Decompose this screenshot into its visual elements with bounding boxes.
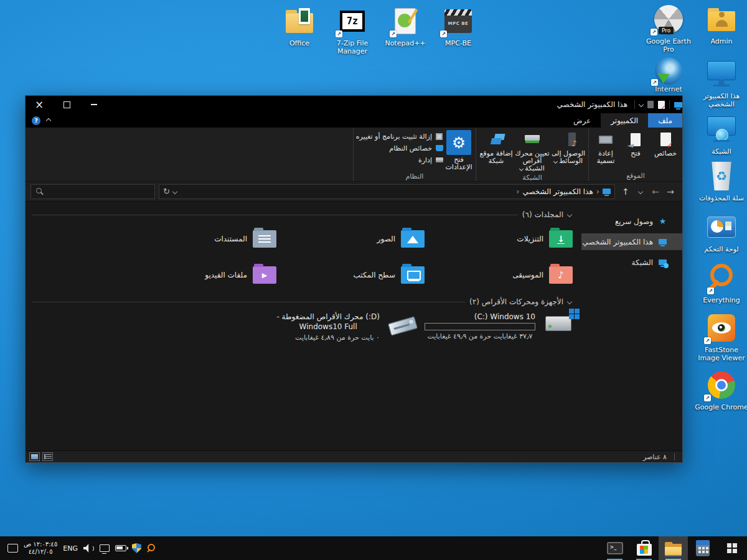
up-button[interactable]: ↑	[619, 184, 632, 199]
security-shield-icon[interactable]	[132, 543, 141, 553]
network-icon	[659, 259, 667, 265]
drives-section-header[interactable]: الأجهزة ومحركات الأقراص (٢)	[26, 297, 571, 306]
sidebar-item-network[interactable]: الشبكة	[581, 254, 682, 271]
desktop-icon-notepad-plus-plus[interactable]: Notepad++	[378, 5, 432, 47]
uninstall-program-button[interactable]: إزالة تثبيت برنامج أو تغييره	[356, 131, 443, 141]
properties-button[interactable]: خصائص	[651, 129, 680, 157]
forward-arrow-button[interactable]: ←	[649, 184, 662, 199]
manage-button[interactable]: إدارة	[356, 155, 443, 165]
tab-computer[interactable]: الكمبيوتر	[601, 113, 648, 128]
sidebar-item-quick-access[interactable]: وصول سريع	[581, 213, 682, 230]
office-folder-icon	[286, 13, 313, 33]
start-button[interactable]	[717, 536, 747, 560]
language-indicator[interactable]: ENG	[63, 544, 78, 553]
folder-item-videos[interactable]: ملفات الفيديو	[131, 261, 279, 289]
collapse-section-icon[interactable]	[567, 212, 572, 217]
ribbon-tab-row: ملف الكمبيوتر عرض	[26, 113, 682, 128]
desktop-icon-chrome[interactable]: Google Chrome	[695, 369, 747, 411]
desktop-icon-mpc-be[interactable]: MPC BE MPC-BE	[431, 5, 485, 47]
properties-icon	[656, 130, 675, 149]
details-view-button[interactable]	[42, 452, 53, 461]
files-pane: المجلدات (٦) التنزيلات الصور المستندات	[26, 202, 581, 450]
desktop-icon-office[interactable]: Office	[273, 5, 326, 47]
desktop-icon-faststone[interactable]: FastStone Image Viewer	[695, 312, 747, 362]
properties-quick-icon[interactable]	[658, 101, 665, 109]
taskbar-calculator-button[interactable]	[688, 536, 717, 560]
desktop-icon-everything[interactable]: Everything	[695, 262, 747, 304]
taskbar-explorer-button[interactable]	[659, 536, 688, 560]
refresh-icon[interactable]	[163, 187, 170, 196]
calculator-icon	[696, 540, 710, 556]
folder-item-documents[interactable]: المستندات	[131, 225, 279, 253]
shortcut-arrow-icon	[390, 30, 397, 37]
taskbar-terminal-button[interactable]	[600, 536, 629, 560]
battery-icon[interactable]	[115, 545, 126, 551]
pro-badge: Pro	[659, 27, 674, 34]
back-arrow-button[interactable]: →	[664, 184, 677, 199]
separator	[669, 100, 670, 109]
taskbar-store-button[interactable]	[629, 536, 659, 560]
maximize-button[interactable]	[53, 96, 80, 113]
thumbnail-view-button[interactable]	[29, 452, 40, 461]
collapse-ribbon-icon[interactable]	[46, 118, 51, 123]
folder-item-desktop[interactable]: سطح المكتب	[279, 261, 427, 289]
separator	[674, 453, 675, 460]
help-button[interactable]	[32, 116, 40, 125]
desktop-icon-this-pc[interactable]: هذا الكمبيوتر الشخصي	[695, 58, 747, 108]
breadcrumb[interactable]: هذا الكمبيوتر الشخصي	[522, 187, 593, 196]
breadcrumb-chevron[interactable]: ‹	[596, 187, 599, 196]
open-button[interactable]: فتح	[621, 129, 650, 157]
open-settings-button[interactable]: فتح الإعدادات	[444, 129, 473, 171]
drive-item-d[interactable]: - محرك الأقراص المضغوطة (:D) Windows10 F…	[233, 312, 420, 342]
tab-file[interactable]: ملف	[648, 113, 682, 128]
folder-item-music[interactable]: الموسيقى	[427, 261, 575, 289]
desktop-icon-7zip[interactable]: 7z 7-Zip File Manager	[326, 5, 379, 55]
quick-access-toolbar-dropdown-icon[interactable]	[639, 102, 644, 107]
map-network-drive-button[interactable]: تعيين محرك أقراص الشبكة	[515, 129, 550, 172]
items-count: ٨ عناصر	[643, 453, 667, 461]
sidebar-item-this-pc[interactable]: هذا الكمبيوتر الشخصي	[581, 233, 682, 250]
address-field[interactable]: ‹ هذا الكمبيوتر الشخصي ‹	[159, 184, 615, 199]
minimize-button[interactable]	[80, 96, 108, 113]
breadcrumb-chevron[interactable]: ‹	[516, 187, 519, 196]
action-center-icon[interactable]	[7, 544, 18, 553]
network-tray-icon[interactable]	[100, 544, 110, 552]
status-bar: ٨ عناصر	[26, 450, 682, 462]
shortcut-arrow-icon	[651, 79, 658, 86]
globe-icon	[716, 129, 728, 141]
folder-item-pictures[interactable]: الصور	[279, 225, 427, 253]
folders-section-header[interactable]: المجلدات (٦)	[26, 210, 571, 219]
recent-locations-dropdown[interactable]	[634, 184, 647, 199]
access-media-button[interactable]: الوصول إلى الوسائط	[551, 129, 586, 165]
collapse-section-icon[interactable]	[567, 299, 572, 304]
desktop-icon-admin[interactable]: Admin	[695, 3, 747, 45]
desktop-icon-recycle-bin[interactable]: سلة المحذوفات	[695, 160, 747, 202]
taskbar-clock[interactable]: ١٢:٠٣:٤٥ ص ٤٤/١٢/٠٥	[24, 541, 57, 556]
folder-item-downloads[interactable]: التنزيلات	[427, 225, 575, 253]
new-folder-quick-icon[interactable]	[647, 101, 654, 108]
drive-item-c[interactable]: (C:) Windows 10 ٣٧٫٧ غيغابايت حرة من ٤٩٫…	[426, 312, 575, 342]
drive-free-space: ٣٧٫٧ غيغابايت حرة من ٤٩٫٩ غيغابايت	[425, 332, 535, 340]
section-rule	[32, 302, 465, 302]
everything-tray-icon[interactable]	[147, 544, 156, 553]
drives-grid: (C:) Windows 10 ٣٧٫٧ غيغابايت حرة من ٤٩٫…	[26, 312, 575, 342]
ribbon-group-location: خصائص فتح إعادة تسمية الموقع	[588, 128, 682, 181]
system-properties-button[interactable]: خصائص النظام	[356, 143, 443, 153]
address-history-dropdown-icon[interactable]	[172, 189, 177, 194]
rename-button[interactable]: إعادة تسمية	[591, 129, 620, 165]
desktop-icon-label: سلة المحذوفات	[695, 194, 747, 202]
close-button[interactable]	[26, 96, 53, 113]
ribbon: خصائص فتح إعادة تسمية الموقع الوصول إلى …	[26, 128, 682, 181]
ribbon-group-caption: النظام	[356, 171, 473, 182]
control-panel-icon	[707, 217, 736, 238]
desktop-icon-control-panel[interactable]: لوحة التحكم	[695, 211, 747, 253]
add-network-location-button[interactable]: إضافة موقع شبكة	[479, 129, 514, 165]
tab-view[interactable]: عرض	[563, 113, 601, 128]
desktop-icon-internet-download-manager[interactable]: Internet	[642, 57, 695, 93]
dropdown-chevron-icon	[553, 159, 558, 164]
search-input[interactable]	[31, 184, 155, 199]
this-pc-breadcrumb-icon	[603, 189, 611, 194]
desktop-icon-network[interactable]: الشبكة	[695, 113, 747, 156]
desktop-icon-google-earth-pro[interactable]: Pro Google Earth Pro	[642, 3, 695, 54]
volume-icon[interactable]	[83, 544, 94, 553]
